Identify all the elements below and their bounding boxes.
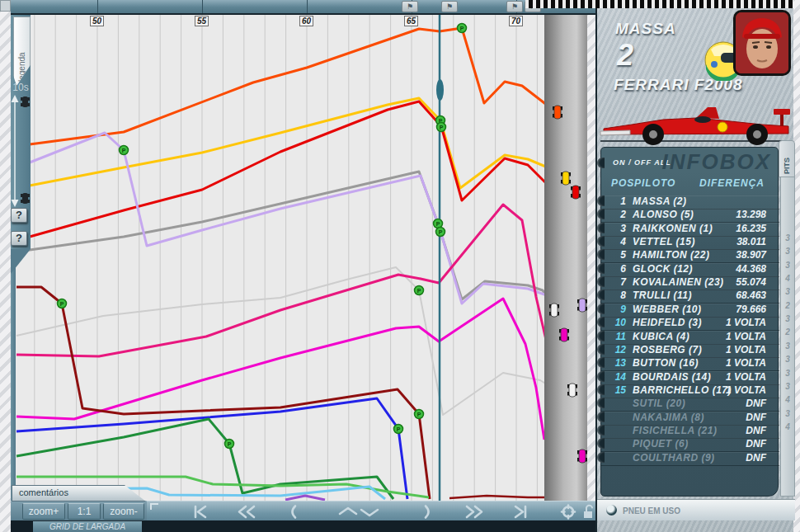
infobox-row[interactable]: FISICHELLA (21)DNF (601, 425, 779, 439)
line-red[interactable] (16, 101, 548, 240)
pit-stop-marker[interactable]: P (58, 299, 67, 308)
infobox-row[interactable]: 14BOURDAIS (14)1 VOLTA (601, 371, 779, 385)
row-bullet-icon[interactable] (597, 304, 605, 314)
car-marker-icon[interactable] (577, 450, 587, 463)
fast-forward-button[interactable] (464, 504, 485, 520)
car-marker-icon[interactable] (549, 304, 559, 317)
line-gray[interactable] (16, 172, 549, 302)
row-bullet-icon[interactable] (597, 263, 605, 274)
car-marker-icon[interactable] (571, 186, 581, 199)
row-bullet-icon[interactable] (597, 290, 605, 300)
row-bullet-icon[interactable] (597, 276, 605, 287)
line-magenta[interactable] (16, 299, 544, 440)
row-bullet-icon[interactable] (597, 384, 605, 395)
infobox-row[interactable]: 10HEIDFELD (3)1 VOLTA (601, 317, 779, 331)
infobox-row[interactable]: 3RAIKKONEN (1)16.235 (601, 223, 779, 237)
infobox-row[interactable]: 13BUTTON (16)1 VOLTA (601, 357, 779, 371)
tab-starting-grid[interactable]: GRID DE LARGADA (33, 521, 142, 532)
pit-stop-marker[interactable]: P (436, 228, 445, 237)
line-orange[interactable] (16, 28, 548, 148)
pit-stop-marker[interactable]: P (415, 410, 424, 419)
step-forward-button[interactable] (417, 504, 439, 520)
pit-stop-marker[interactable]: P (415, 286, 424, 295)
pit-stop-marker[interactable]: P (120, 146, 129, 155)
infobox-row[interactable]: 5HAMILTON (22)38.907 (601, 249, 779, 263)
row-bullet-icon[interactable] (597, 398, 605, 408)
row-bullet-icon[interactable] (597, 425, 605, 435)
row-driver: NAKAJIMA (8) (633, 412, 704, 423)
infobox-row[interactable]: 6GLOCK (12)44.368 (601, 263, 779, 277)
row-bullet-icon[interactable] (597, 317, 605, 327)
row-bullet-icon[interactable] (597, 209, 605, 219)
row-bullet-icon[interactable] (597, 195, 605, 206)
row-gap: 79.666 (736, 304, 766, 315)
row-bullet-icon[interactable] (597, 371, 605, 382)
car-image (599, 97, 793, 148)
infobox-row[interactable]: 12ROSBERG (7)1 VOLTA (601, 344, 779, 358)
target-button[interactable] (558, 504, 579, 520)
zoom-in-button[interactable]: zoom+ (22, 503, 65, 520)
pit-count: 3 (781, 382, 794, 391)
line-yellow[interactable] (16, 98, 548, 188)
lap-ruler[interactable]: ⚑⚑⚑⚑ (11, 0, 595, 15)
event-flag-icon[interactable]: ⚑ (506, 1, 523, 12)
infobox-row[interactable]: COULTHARD (9)DNF (601, 452, 779, 466)
row-bullet-icon[interactable] (597, 223, 605, 233)
zoom-out-button[interactable]: zoom- (103, 503, 144, 520)
row-driver: KOVALAINEN (23) (633, 276, 724, 288)
skip-start-button[interactable] (190, 504, 211, 520)
infobox-row[interactable]: 15BARRICHELLO (17)1 VOLTA (601, 384, 779, 398)
svg-text:P: P (417, 412, 421, 417)
rewind-button[interactable] (236, 504, 257, 520)
infobox-row[interactable]: 11KUBICA (4)1 VOLTA (601, 331, 779, 345)
infobox-row[interactable]: SUTIL (20)DNF (601, 398, 779, 412)
lap-chart-plot[interactable]: PPPPPPPPPPP5055606570 (16, 15, 587, 501)
infobox-row[interactable]: 4VETTEL (15)38.011 (601, 236, 779, 250)
row-bullet-icon[interactable] (597, 236, 605, 247)
pit-stop-marker[interactable]: P (437, 123, 446, 132)
line-purple[interactable] (285, 496, 325, 500)
car-marker-icon[interactable] (553, 106, 562, 119)
pit-zone-strip (544, 15, 587, 501)
row-bullet-icon[interactable] (597, 344, 605, 355)
pit-stop-marker[interactable]: P (394, 425, 403, 434)
line-maroon-tail[interactable] (449, 496, 548, 498)
pit-stop-marker[interactable]: P (225, 440, 234, 449)
row-bullet-icon[interactable] (597, 452, 605, 463)
row-bullet-icon[interactable] (597, 158, 605, 168)
tyre-indicator-icon[interactable] (606, 505, 617, 516)
infobox-row[interactable]: 9WEBBER (10)79.666 (601, 304, 779, 318)
gap-measure-widget[interactable] (8, 91, 31, 213)
lap-cursor-handle[interactable] (436, 79, 444, 101)
car-marker-icon[interactable] (577, 299, 587, 312)
infobox-row[interactable]: 7KOVALAINEN (23)55.074 (601, 276, 779, 290)
row-bullet-icon[interactable] (597, 438, 605, 449)
row-bullet-icon[interactable] (597, 357, 605, 368)
infobox-row[interactable]: 1MASSA (2) (601, 195, 779, 210)
car-marker-icon[interactable] (561, 172, 571, 185)
car-marker-icon[interactable] (567, 384, 577, 397)
infobox-row[interactable]: NAKAJIMA (8)DNF (601, 412, 779, 426)
row-bullet-icon[interactable] (597, 331, 605, 341)
zoom-reset-button[interactable]: 1:1 (68, 503, 101, 520)
row-position: 10 (603, 317, 626, 328)
row-bullet-icon[interactable] (597, 249, 605, 260)
skip-end-button[interactable] (510, 504, 531, 520)
collapse-icon[interactable] (150, 503, 158, 510)
pit-stop-marker[interactable]: P (458, 24, 467, 33)
event-flag-icon[interactable]: ⚑ (441, 1, 458, 12)
car-marker-icon[interactable] (559, 328, 569, 341)
help-button-2[interactable]: ? (11, 231, 27, 246)
event-flag-icon[interactable]: ⚑ (402, 1, 418, 12)
line-deeppink[interactable] (16, 205, 546, 356)
infobox-row[interactable]: 2ALONSO (5)13.298 (601, 209, 779, 223)
line-lightgray[interactable] (16, 267, 549, 415)
infobox-row[interactable]: PIQUET (6)DNF (601, 438, 779, 452)
comments-tab[interactable]: comentários (12, 485, 146, 501)
pits-tab[interactable]: PITS (779, 140, 795, 177)
row-bullet-icon[interactable] (597, 412, 605, 422)
step-back-button[interactable] (282, 504, 304, 520)
help-button[interactable]: ? (11, 208, 27, 223)
infobox-row[interactable]: 8TRULLI (11)68.463 (601, 290, 779, 304)
play-up-down-button[interactable] (335, 504, 384, 520)
